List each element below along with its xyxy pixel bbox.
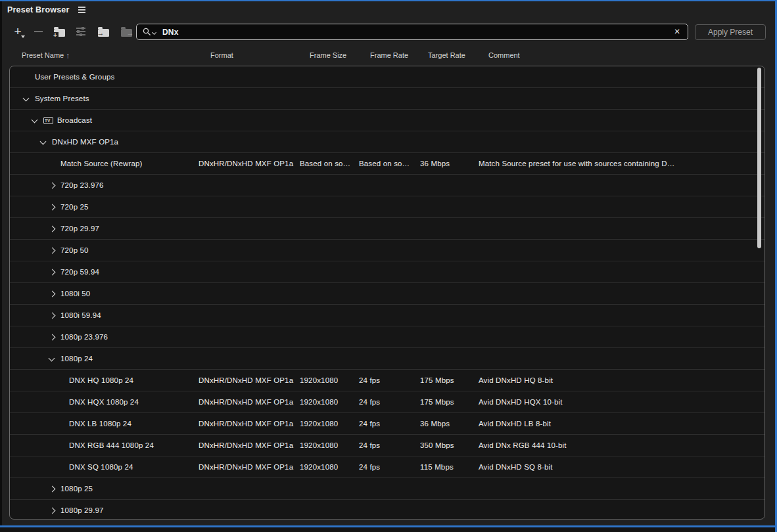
preset-row[interactable]: 1080i 59.94 xyxy=(10,305,765,326)
chevron-slot xyxy=(49,357,60,361)
search-input[interactable]: DNx xyxy=(162,28,674,37)
expand-chevron-icon[interactable] xyxy=(49,334,56,340)
preset-table: User Presets & Groups System Presets TV … xyxy=(9,66,765,520)
export-preset-button[interactable]: → xyxy=(118,24,134,39)
preset-row[interactable]: 1080p 24 xyxy=(10,348,765,370)
panel-title: Preset Browser xyxy=(7,5,70,14)
folder-import-icon: → xyxy=(98,29,109,37)
plus-icon: + xyxy=(14,26,21,37)
preset-row[interactable]: 720p 59.94 xyxy=(10,261,765,283)
search-icon xyxy=(143,28,151,36)
preset-name-cell: 1080p 23.976 xyxy=(60,333,108,341)
format-cell: DNxHR/DNxHD MXF OP1a xyxy=(199,441,293,449)
expand-chevron-icon[interactable] xyxy=(49,355,55,361)
preset-name-cell: 1080p 29.97 xyxy=(60,506,104,514)
expand-chevron-icon[interactable] xyxy=(49,204,56,210)
chevron-slot xyxy=(49,487,60,491)
preset-row[interactable]: DNX HQ 1080p 24 DNxHR/DNxHD MXF OP1a 192… xyxy=(10,370,765,391)
frame-rate-cell: 24 fps xyxy=(359,398,380,406)
chevron-down-icon[interactable] xyxy=(152,30,156,34)
expand-chevron-icon[interactable] xyxy=(49,507,56,514)
clear-search-icon[interactable]: ✕ xyxy=(674,28,680,35)
preset-row[interactable]: Match Source (Rewrap) DNxHR/DNxHD MXF OP… xyxy=(10,153,765,175)
frame-size-cell: 1920x1080 xyxy=(300,420,338,428)
apply-preset-button[interactable]: Apply Preset xyxy=(695,24,766,40)
preset-row[interactable]: System Presets xyxy=(10,88,765,110)
preset-row[interactable]: DNX SQ 1080p 24 DNxHR/DNxHD MXF OP1a 192… xyxy=(10,456,765,478)
expand-chevron-icon[interactable] xyxy=(23,95,30,101)
column-header-frame-size[interactable]: Frame Size xyxy=(310,51,346,59)
expand-chevron-icon[interactable] xyxy=(49,290,56,297)
panel-left-edge xyxy=(0,1,2,525)
preset-settings-button[interactable] xyxy=(73,24,89,39)
preset-name-cell: System Presets xyxy=(35,95,89,102)
preset-row[interactable]: 720p 29.97 xyxy=(10,218,765,240)
create-preset-button[interactable]: + xyxy=(10,24,26,39)
expand-chevron-icon[interactable] xyxy=(40,138,47,144)
panel-bottom-gap xyxy=(0,527,777,532)
caret-down-icon xyxy=(21,35,25,38)
create-group-button[interactable]: + xyxy=(51,24,67,39)
preset-name-cell: 720p 50 xyxy=(60,246,89,254)
target-rate-cell: 36 Mbps xyxy=(420,160,450,167)
chevron-slot xyxy=(49,292,60,296)
frame-size-cell: 1920x1080 xyxy=(300,398,338,406)
preset-row[interactable]: TV Broadcast xyxy=(10,110,765,131)
panel-menu-icon[interactable] xyxy=(78,7,85,13)
expand-chevron-icon[interactable] xyxy=(49,312,56,319)
expand-chevron-icon[interactable] xyxy=(49,182,56,188)
preset-name-cell: DNX HQX 1080p 24 xyxy=(69,398,139,406)
preset-row[interactable]: DNX LB 1080p 24 DNxHR/DNxHD MXF OP1a 192… xyxy=(10,413,765,435)
delete-preset-button[interactable] xyxy=(30,24,46,39)
chevron-slot xyxy=(24,97,35,100)
preset-row[interactable]: DNX HQX 1080p 24 DNxHR/DNxHD MXF OP1a 19… xyxy=(10,391,765,413)
preset-row[interactable]: DNxHD MXF OP1a xyxy=(10,131,765,153)
preset-name-cell: DNxHD MXF OP1a xyxy=(52,138,118,146)
column-header-preset-name[interactable]: Preset Name xyxy=(22,51,64,59)
preset-name-cell: 720p 59.94 xyxy=(60,268,99,276)
target-rate-cell: 175 Mbps xyxy=(420,398,454,406)
target-rate-cell: 175 Mbps xyxy=(420,376,454,384)
preset-row[interactable]: 1080p 29.97 xyxy=(10,500,765,520)
frame-size-cell: 1920x1080 xyxy=(300,463,338,471)
sort-ascending-icon: ↑ xyxy=(66,51,70,60)
preset-row[interactable]: 720p 50 xyxy=(10,240,765,261)
column-header-target-rate[interactable]: Target Rate xyxy=(428,51,465,59)
expand-chevron-icon[interactable] xyxy=(32,116,38,123)
frame-rate-cell: Based on so… xyxy=(359,160,410,167)
expand-chevron-icon[interactable] xyxy=(49,269,56,275)
preset-row[interactable]: 1080p 25 xyxy=(10,478,765,500)
comment-cell: Avid DNxHD HQX 10-bit xyxy=(479,398,563,406)
frame-rate-cell: 24 fps xyxy=(359,463,380,471)
comment-cell: Match Source preset for use with sources… xyxy=(479,160,674,167)
frame-rate-cell: 24 fps xyxy=(359,420,380,428)
preset-row[interactable]: DNX RGB 444 1080p 24 DNxHR/DNxHD MXF OP1… xyxy=(10,435,765,456)
search-box[interactable]: DNx ✕ xyxy=(136,24,688,40)
expand-chevron-icon[interactable] xyxy=(49,225,56,232)
column-header-frame-rate[interactable]: Frame Rate xyxy=(370,51,408,59)
chevron-slot xyxy=(49,270,60,275)
preset-name-cell: Broadcast xyxy=(57,116,92,124)
format-cell: DNxHR/DNxHD MXF OP1a xyxy=(199,463,293,471)
format-cell: DNxHR/DNxHD MXF OP1a xyxy=(199,376,293,384)
tv-icon: TV xyxy=(43,117,53,124)
preset-row[interactable]: 1080p 23.976 xyxy=(10,326,765,348)
vertical-scrollbar[interactable] xyxy=(757,68,761,248)
preset-name-cell: DNX LB 1080p 24 xyxy=(69,420,131,428)
preset-row[interactable]: 720p 23.976 xyxy=(10,175,765,196)
preset-row[interactable]: User Presets & Groups xyxy=(10,66,765,88)
chevron-slot xyxy=(49,313,60,318)
format-cell: DNxHR/DNxHD MXF OP1a xyxy=(199,160,293,167)
preset-row[interactable]: 720p 25 xyxy=(10,196,765,218)
panel-titlebar: Preset Browser xyxy=(7,4,85,16)
import-preset-button[interactable]: → xyxy=(95,24,111,39)
preset-name-cell: DNX SQ 1080p 24 xyxy=(69,463,133,471)
column-header-comment[interactable]: Comment xyxy=(488,51,520,59)
chevron-slot xyxy=(49,248,60,253)
column-header-format[interactable]: Format xyxy=(210,51,233,59)
expand-chevron-icon[interactable] xyxy=(49,247,56,254)
preset-row[interactable]: 1080i 50 xyxy=(10,283,765,305)
expand-chevron-icon[interactable] xyxy=(49,485,56,492)
chevron-slot xyxy=(41,141,52,144)
chevron-slot xyxy=(49,508,60,513)
